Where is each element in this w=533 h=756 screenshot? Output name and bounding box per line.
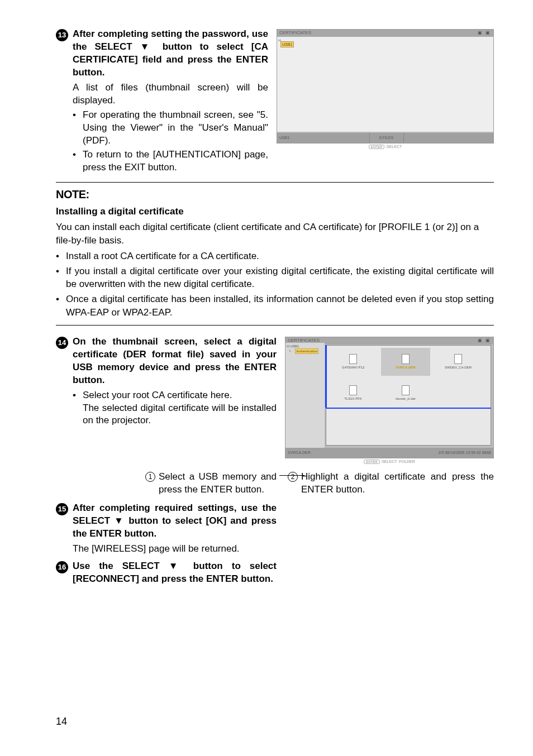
thumb1-footer-center: 0 FILES bbox=[370, 135, 403, 140]
step-14-number: 14 bbox=[56, 337, 68, 349]
note-intro: You can install each digital certificate… bbox=[56, 221, 494, 247]
step-15-title: After completing required settings, use … bbox=[73, 502, 277, 540]
bullet-icon: • bbox=[73, 149, 78, 174]
step-16-number: 16 bbox=[56, 561, 68, 573]
callout-2: 2 Highlight a digital certificate and pr… bbox=[288, 471, 494, 496]
step-15-number: 15 bbox=[56, 503, 68, 515]
step-15: 15 After completing required settings, u… bbox=[56, 502, 494, 556]
callout-1-text: Select a USB memory and press the ENTER … bbox=[159, 471, 277, 496]
step-14-title: On the thumbnail screen, select a digita… bbox=[73, 336, 277, 387]
thumb1-header-icons: ▣ ▣ bbox=[478, 30, 491, 36]
page-number: 14 bbox=[56, 715, 67, 728]
step-13-bullet-1-text: For operating the thumbnail screen, see … bbox=[83, 109, 268, 147]
thumb1-footer-left: USB1 bbox=[277, 135, 369, 140]
thumbnail-screenshot-1: CERTIFICATES ▣ ▣ ⊟ USB1 USB1 0 FILES ENT… bbox=[277, 28, 494, 174]
thumb2-footer-right: 2/5 08/19/2005 13:59:42 886B bbox=[439, 450, 493, 455]
step-16-title: Use the SELECT ▼ button to select [RECON… bbox=[73, 560, 277, 586]
step-13-text: 13 After completing setting the password… bbox=[56, 28, 268, 174]
callout-1-num: 1 bbox=[145, 472, 155, 482]
note-b3: Once a digital certificate has been inst… bbox=[66, 293, 494, 319]
step-13: 13 After completing setting the password… bbox=[56, 28, 494, 174]
step-13-number: 13 bbox=[56, 29, 68, 41]
thumb2-auth-chip: Authentication bbox=[295, 348, 318, 354]
step-15-body: The [WIRELESS] page will be returned. bbox=[73, 543, 277, 556]
note-block: NOTE: Installing a digital certificate Y… bbox=[56, 182, 494, 326]
note-subtitle: Installing a digital certificate bbox=[56, 205, 494, 218]
callout-2-text: Highlight a digital certificate and pres… bbox=[301, 471, 494, 496]
callout-2-num: 2 bbox=[288, 472, 298, 482]
bullet-icon: • bbox=[73, 109, 78, 147]
step-14: 14 On the thumbnail screen, select a dig… bbox=[56, 336, 494, 464]
step-13-body: A list of files (thumbnail screen) will … bbox=[73, 82, 268, 175]
step-14-body: • Select your root CA certificate here. … bbox=[73, 389, 277, 428]
step-13-bullet-2-text: To return to the [AUTHENTICATION] page, … bbox=[83, 149, 268, 174]
note-b1: Install a root CA certificate for a CA c… bbox=[66, 250, 259, 263]
step-14-bullet: Select your root CA certificate here. Th… bbox=[83, 389, 277, 428]
thumb1-header-text: CERTIFICATES bbox=[279, 30, 311, 36]
step-13-bullet-2: • To return to the [AUTHENTICATION] page… bbox=[73, 149, 268, 174]
note-title: NOTE: bbox=[56, 187, 494, 202]
step-16: 16 Use the SELECT ▼ button to select [RE… bbox=[56, 560, 494, 586]
step-13-bullet-1: • For operating the thumbnail screen, se… bbox=[73, 109, 268, 147]
thumb1-usb-chip: USB1 bbox=[280, 41, 294, 47]
step-13-title: After completing setting the password, u… bbox=[73, 28, 268, 79]
thumb2-footer-left: SVRCA.DER bbox=[285, 450, 439, 455]
thumb1-select-label: :SELECT bbox=[386, 145, 402, 149]
thumbnail-screenshot-2: CERTIFICATES ▣ ▣ ⊟ USB1 └ Authentication… bbox=[285, 336, 494, 464]
step-14-text: 14 On the thumbnail screen, select a dig… bbox=[56, 336, 277, 464]
callout-1: 1 Select a USB memory and press the ENTE… bbox=[145, 471, 277, 496]
note-b2: If you install a digital certificate ove… bbox=[66, 265, 494, 291]
step-13-desc: A list of files (thumbnail screen) will … bbox=[73, 82, 268, 107]
